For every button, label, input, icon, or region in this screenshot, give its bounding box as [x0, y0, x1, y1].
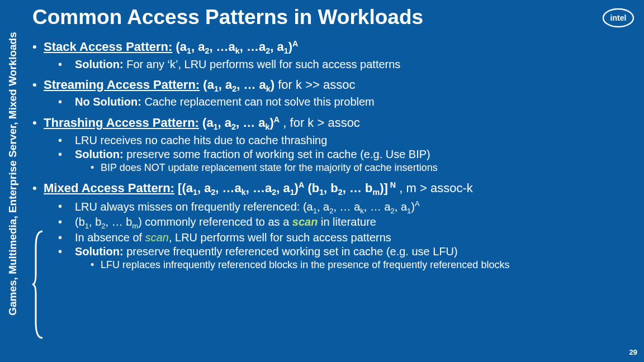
mixed-tail: , m > assoc-k: [399, 181, 472, 195]
thrashing-label: Thrashing Access Pattern:: [44, 116, 199, 130]
streaming-subs: •No Solution: Cache replacement can not …: [58, 96, 638, 108]
thrashing-subsub: BIP does NOT update replacement state fo…: [101, 162, 438, 174]
streaming-sequence: (a1, a2, … ak): [203, 78, 278, 92]
slide-title: Common Access Patterns in Workloads: [32, 6, 638, 29]
mixed-sub1: LRU always misses on frequently referenc…: [75, 199, 420, 215]
bullet-dot-icon: •: [32, 41, 44, 53]
bullet-dot-icon: •: [32, 182, 44, 194]
bullet-streaming: • Streaming Access Pattern: (a1, a2, … a…: [32, 78, 638, 93]
mixed-subsub: LFU replaces infrequently referenced blo…: [101, 259, 509, 271]
slide-content: Common Access Patterns in Workloads • St…: [32, 6, 638, 278]
mixed-label: Mixed Access Pattern:: [44, 181, 174, 195]
stack-sequence: (a1, a2, …ak, …a2, a1)A: [176, 40, 298, 54]
streaming-tail: for k >> assoc: [278, 78, 355, 92]
bullet-mixed: • Mixed Access Pattern: [(a1, a2, …ak, ……: [32, 180, 638, 197]
mixed-sub4: Solution: preserve frequently referenced…: [75, 245, 458, 258]
bullet-stack: • Stack Access Pattern: (a1, a2, …ak, …a…: [32, 39, 638, 56]
bullet-thrashing: • Thrashing Access Pattern: (a1, a2, … a…: [32, 115, 638, 132]
streaming-label: Streaming Access Pattern:: [44, 78, 200, 92]
mixed-sub2: (b1, b2, … bm) commonly referenced to as…: [75, 216, 376, 230]
bullet-dot-icon: •: [32, 117, 44, 129]
mixed-subs: • LRU always misses on frequently refere…: [58, 199, 638, 272]
mixed-sub3: In absence of scan, LRU performs well fo…: [75, 231, 391, 244]
stack-subs: •Solution: For any ‘k’, LRU performs wel…: [58, 58, 638, 71]
side-rotated-label: Games, Multimedia, Enterprise Server, Mi…: [7, 9, 19, 339]
stack-label: Stack Access Pattern:: [44, 40, 172, 54]
bullet-dot-icon: •: [32, 79, 44, 91]
thrashing-tail: , for k > assoc: [283, 116, 360, 130]
page-number: 29: [629, 348, 637, 356]
thrashing-sequence: (a1, a2, … ak)A: [202, 116, 283, 130]
thrashing-subs: •LRU receives no cache hits due to cache…: [58, 134, 638, 174]
mixed-sequence: [(a1, a2, …ak, …a2, a1)A (b1, b2, … bm)]…: [178, 181, 399, 195]
